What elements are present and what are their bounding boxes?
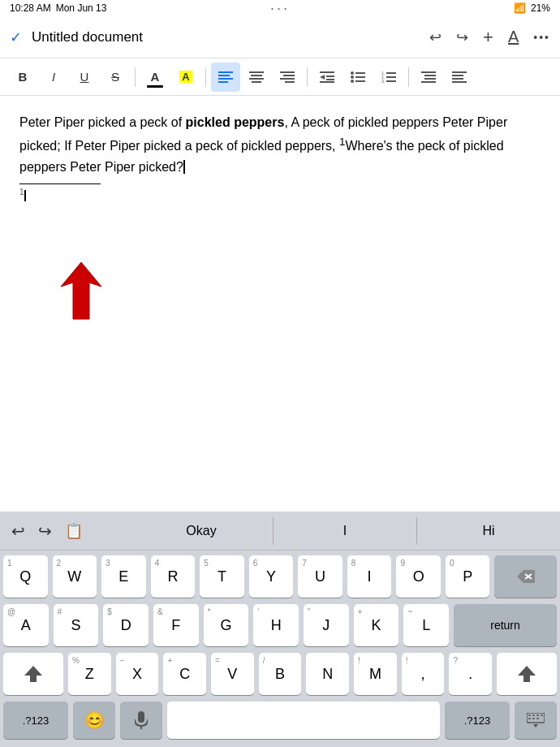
key-i[interactable]: 8I xyxy=(347,555,392,598)
svg-marker-37 xyxy=(61,262,101,319)
document-title[interactable]: Untitled document xyxy=(32,29,423,45)
key-k[interactable]: +K xyxy=(354,604,399,646)
align-left-icon xyxy=(218,71,233,83)
svg-rect-44 xyxy=(527,713,545,723)
key-period[interactable]: ?. xyxy=(449,653,492,695)
key-p[interactable]: 0P xyxy=(446,555,490,598)
bullet-list-button[interactable] xyxy=(343,63,373,92)
key-e[interactable]: 3E xyxy=(101,555,146,598)
keyboard-dismiss-key[interactable] xyxy=(515,702,557,739)
delete-icon xyxy=(517,570,535,583)
key-l[interactable]: ~L xyxy=(403,604,449,646)
key-m[interactable]: !M xyxy=(354,653,397,695)
key-row-4: .?123 😊 .?123 xyxy=(3,702,557,744)
key-t[interactable]: 5T xyxy=(200,555,244,598)
key-n[interactable]: N xyxy=(306,653,349,695)
pred-word-1[interactable]: Okay xyxy=(130,517,273,545)
document-content: Peter Piper picked a peck of pickled pep… xyxy=(19,112,541,177)
svg-rect-29 xyxy=(421,71,436,73)
num-switch-left-key[interactable]: .?123 xyxy=(3,702,68,739)
key-h[interactable]: 'H xyxy=(253,604,299,646)
svg-rect-20 xyxy=(355,76,365,78)
text-format-icon[interactable]: A xyxy=(508,28,519,46)
pred-word-2[interactable]: I xyxy=(273,517,416,545)
svg-rect-42 xyxy=(138,711,144,723)
key-c[interactable]: +C xyxy=(163,653,206,695)
key-u[interactable]: 7U xyxy=(298,555,342,598)
font-color-button[interactable]: A xyxy=(140,63,170,92)
key-g[interactable]: *G xyxy=(204,604,249,646)
highlight-button[interactable]: A xyxy=(171,63,200,92)
keyboard-undo-icon[interactable]: ↩ xyxy=(11,521,25,541)
bullet-list-icon xyxy=(351,71,365,83)
pred-word-3[interactable]: Hi xyxy=(416,517,560,545)
svg-rect-1 xyxy=(218,75,230,76)
keyboard-redo-icon[interactable]: ↪ xyxy=(38,521,52,541)
shift-right-key[interactable] xyxy=(497,653,557,695)
add-icon[interactable]: + xyxy=(483,27,493,48)
key-row-3: %Z −X +C =V /B N !M !, ?. xyxy=(3,653,557,695)
num-switch-right-key[interactable]: .?123 xyxy=(445,702,510,739)
key-f[interactable]: &F xyxy=(153,604,199,646)
key-y[interactable]: 6Y xyxy=(249,555,294,598)
svg-text:3.: 3. xyxy=(381,79,385,83)
underline-button[interactable]: U xyxy=(70,63,99,92)
keys-container: 1Q 2W 3E 4R 5T 6Y 7U 8I 9O 0P @A #S $D &… xyxy=(0,551,560,747)
key-w[interactable]: 2W xyxy=(53,555,97,598)
mic-key[interactable] xyxy=(120,702,162,739)
align-center-icon xyxy=(249,71,264,83)
indent-left-button[interactable] xyxy=(414,63,443,92)
key-d[interactable]: $D xyxy=(103,604,149,646)
key-s[interactable]: #S xyxy=(54,604,99,646)
keyboard-area: ↩ ↪ 📋 Okay I Hi 1Q 2W 3E 4R 5T 6Y 7U 8I … xyxy=(0,512,560,747)
clipboard-icon[interactable]: 📋 xyxy=(65,522,83,540)
indent-right-icon xyxy=(452,71,467,83)
svg-rect-30 xyxy=(424,75,436,76)
key-q[interactable]: 1Q xyxy=(3,555,48,598)
emoji-key[interactable]: 😊 xyxy=(73,702,115,739)
key-z[interactable]: %Z xyxy=(68,653,111,695)
divider4 xyxy=(408,67,409,87)
color-underline xyxy=(147,85,163,88)
svg-marker-40 xyxy=(24,666,42,682)
key-v[interactable]: =V xyxy=(211,653,254,695)
return-key[interactable]: return xyxy=(454,604,557,646)
divider1 xyxy=(135,67,136,87)
more-icon[interactable]: ••• xyxy=(533,31,550,44)
strikethrough-button[interactable]: S xyxy=(101,63,130,92)
divider3 xyxy=(307,67,308,87)
key-b[interactable]: /B xyxy=(259,653,302,695)
bold-button[interactable]: B xyxy=(8,63,37,92)
svg-rect-7 xyxy=(252,81,261,83)
redo-icon[interactable]: ↪ xyxy=(456,28,468,46)
align-right-button[interactable] xyxy=(273,63,302,92)
key-x[interactable]: −X xyxy=(116,653,159,695)
shift-left-key[interactable] xyxy=(3,653,63,695)
svg-rect-36 xyxy=(452,81,467,83)
space-key[interactable] xyxy=(167,702,440,739)
svg-rect-10 xyxy=(280,78,295,80)
align-left-button[interactable] xyxy=(211,63,240,92)
svg-rect-32 xyxy=(421,81,436,83)
wifi-icon: 📶 xyxy=(514,2,526,14)
shift-icon xyxy=(24,666,42,682)
key-j[interactable]: "J xyxy=(304,604,349,646)
svg-rect-35 xyxy=(452,78,463,80)
key-r[interactable]: 4R xyxy=(151,555,196,598)
delete-key[interactable] xyxy=(494,555,557,598)
svg-marker-41 xyxy=(518,666,536,682)
status-bar: 10:28 AM Mon Jun 13 ··· 📶 21% xyxy=(0,0,560,16)
italic-button[interactable]: I xyxy=(39,63,68,92)
predictive-left-icons: ↩ ↪ 📋 xyxy=(0,521,130,541)
undo-icon[interactable]: ↩ xyxy=(429,28,442,46)
key-comma[interactable]: !, xyxy=(402,653,445,695)
align-center-button[interactable] xyxy=(242,63,271,92)
indent-right-button[interactable] xyxy=(445,63,474,92)
indent-decrease-button[interactable] xyxy=(312,63,342,92)
key-o[interactable]: 9O xyxy=(396,555,441,598)
indent-left-icon xyxy=(421,71,436,83)
numbered-list-button[interactable]: 1. 2. 3. xyxy=(374,63,403,92)
document-area[interactable]: Peter Piper picked a peck of pickled pep… xyxy=(0,96,560,512)
key-a[interactable]: @A xyxy=(3,604,49,646)
check-icon[interactable]: ✓ xyxy=(10,28,22,46)
